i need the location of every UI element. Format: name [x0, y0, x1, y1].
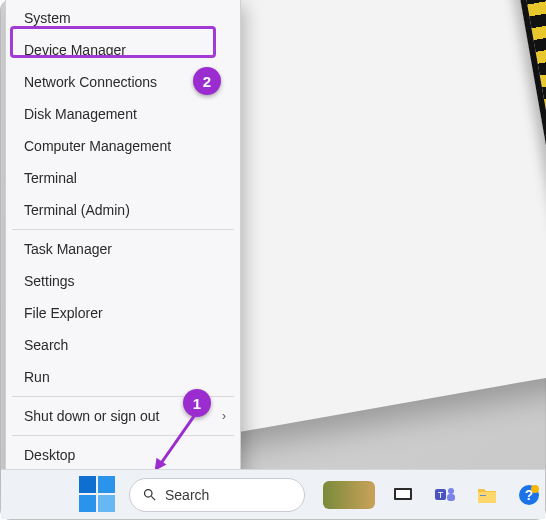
svg-point-0: [145, 490, 153, 498]
menu-label: Terminal: [24, 170, 77, 186]
menu-label: Desktop: [24, 447, 75, 463]
menu-label: Network Connections: [24, 74, 157, 90]
task-view-button[interactable]: [389, 481, 417, 509]
menu-separator: [12, 229, 234, 230]
svg-rect-7: [447, 494, 455, 501]
menu-label: Settings: [24, 273, 75, 289]
teams-button[interactable]: T: [431, 481, 459, 509]
annotation-badge-2: 2: [193, 67, 221, 95]
menu-label: File Explorer: [24, 305, 103, 321]
svg-text:T: T: [438, 490, 444, 500]
search-icon: [142, 487, 157, 502]
taskbar-search[interactable]: Search: [129, 478, 305, 512]
desktop: System Device Manager Network Connection…: [0, 0, 546, 520]
menu-item-system[interactable]: System: [6, 2, 240, 34]
teams-icon: T: [433, 483, 457, 507]
menu-item-desktop[interactable]: Desktop: [6, 439, 240, 471]
taskbar-icons: T ?: [323, 481, 543, 509]
menu-item-search[interactable]: Search: [6, 329, 240, 361]
menu-label: Run: [24, 369, 50, 385]
menu-item-terminal[interactable]: Terminal: [6, 162, 240, 194]
start-button[interactable]: [79, 476, 115, 512]
menu-label: Device Manager: [24, 42, 126, 58]
menu-item-file-explorer[interactable]: File Explorer: [6, 297, 240, 329]
menu-item-task-manager[interactable]: Task Manager: [6, 233, 240, 265]
menu-label: Task Manager: [24, 241, 112, 257]
menu-item-disk-management[interactable]: Disk Management: [6, 98, 240, 130]
menu-item-run[interactable]: Run: [6, 361, 240, 393]
svg-rect-9: [480, 495, 486, 496]
badge-label: 2: [203, 73, 211, 90]
svg-point-6: [448, 488, 454, 494]
menu-item-settings[interactable]: Settings: [6, 265, 240, 297]
svg-line-1: [151, 496, 155, 500]
menu-label: System: [24, 10, 71, 26]
menu-label: Computer Management: [24, 138, 171, 154]
chevron-right-icon: ›: [222, 409, 226, 423]
menu-label: Shut down or sign out: [24, 408, 159, 424]
menu-label: Terminal (Admin): [24, 202, 130, 218]
menu-item-terminal-admin[interactable]: Terminal (Admin): [6, 194, 240, 226]
file-explorer-button[interactable]: [473, 481, 501, 509]
menu-label: Search: [24, 337, 68, 353]
folder-icon: [475, 483, 499, 507]
annotation-badge-1: 1: [183, 389, 211, 417]
menu-item-computer-management[interactable]: Computer Management: [6, 130, 240, 162]
search-label: Search: [165, 487, 209, 503]
taskbar: Search T ?: [1, 469, 545, 519]
task-view-icon: [391, 483, 415, 507]
svg-rect-8: [478, 492, 496, 503]
badge-label: 1: [193, 395, 201, 412]
menu-item-device-manager[interactable]: Device Manager: [6, 34, 240, 66]
tips-button[interactable]: ?: [515, 481, 543, 509]
svg-rect-3: [396, 490, 410, 498]
svg-point-12: [531, 485, 539, 493]
menu-label: Disk Management: [24, 106, 137, 122]
tips-icon: ?: [517, 483, 541, 507]
menu-separator: [12, 435, 234, 436]
widgets-button[interactable]: [323, 481, 375, 509]
